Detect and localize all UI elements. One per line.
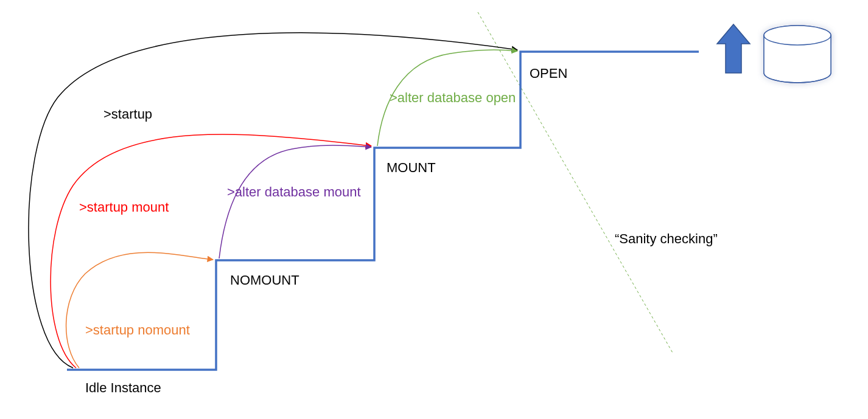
state-open: OPEN [530,66,567,81]
svg-point-2 [764,26,831,45]
state-idle: Idle Instance [85,380,161,396]
up-arrow-icon [709,24,750,73]
cmd-startup: >startup [103,106,152,122]
state-mount: MOUNT [387,160,436,176]
sanity-line [478,12,673,353]
arrow-alter-mount [219,145,371,258]
cmd-startup-nomount: >startup nomount [85,322,190,338]
cmd-startup-mount: >startup mount [79,199,169,215]
cmd-alter-mount: >alter database mount [227,184,361,200]
state-nomount: NOMOUNT [230,272,299,288]
database-icon [764,26,831,83]
cmd-alter-open: >alter database open [390,90,516,106]
sanity-note: “Sanity checking” [615,231,718,247]
arrow-startup-nomount [66,252,213,368]
